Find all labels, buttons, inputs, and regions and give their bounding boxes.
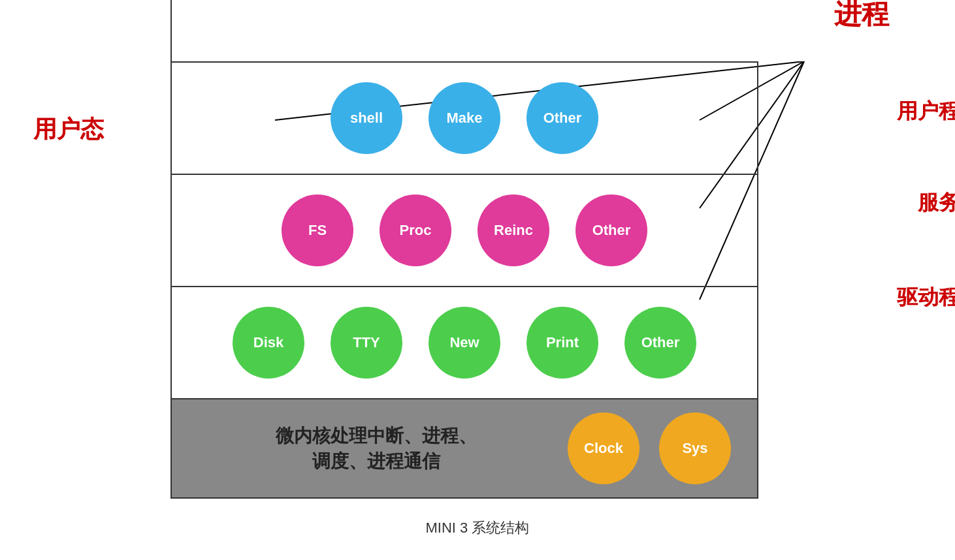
user-mode-label: 用户态 (33, 114, 104, 146)
circle-proc: Proc (380, 194, 451, 266)
microkernel-text: 微内核处理中断、进程、 调度、进程通信 (198, 423, 555, 474)
circle-other-server: Other (575, 194, 647, 266)
process-label: 进程 (834, 0, 889, 33)
circle-reinc: Reinc (478, 194, 549, 266)
label-user-programs: 用户程序 (897, 97, 955, 126)
main-box: shell Make Other FS Proc Reinc (170, 61, 758, 499)
microkernel-circles: Clock Sys (568, 412, 731, 484)
circle-print: Print (526, 307, 598, 379)
microkernel-row: 微内核处理中断、进程、 调度、进程通信 Clock Sys (172, 399, 757, 497)
circle-new: New (429, 307, 500, 379)
circle-other-user: Other (526, 82, 598, 154)
circle-tty: TTY (331, 307, 402, 379)
user-programs-layer: shell Make Other (172, 63, 757, 175)
circle-clock: Clock (568, 412, 639, 484)
page-container: 进程 用户态 shell (0, 0, 955, 560)
circle-sys: Sys (659, 412, 731, 484)
servers-layer: FS Proc Reinc Other (172, 175, 757, 287)
diagram-wrapper: 进程 用户态 shell (118, 61, 837, 499)
drivers-layer: Disk TTY New Print Other (172, 287, 757, 399)
circle-disk: Disk (233, 307, 304, 379)
top-border-line (170, 0, 172, 61)
label-servers: 服务器 (918, 189, 955, 217)
caption: MINI 3 系统结构 (426, 518, 530, 538)
label-drivers: 驱动程序 (897, 283, 955, 312)
circle-make: Make (429, 82, 500, 154)
circle-fs: FS (282, 194, 353, 266)
circle-other-driver: Other (624, 307, 696, 379)
circle-shell: shell (331, 82, 402, 154)
